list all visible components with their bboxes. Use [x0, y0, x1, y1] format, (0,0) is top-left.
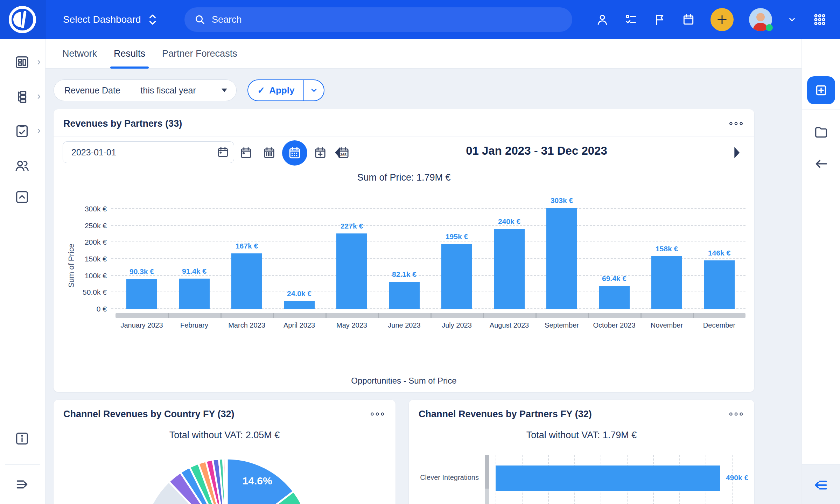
tab-network[interactable]: Network: [62, 39, 97, 68]
tab-results[interactable]: Results: [114, 39, 145, 68]
chart-vertical-scrollbar[interactable]: [485, 455, 489, 504]
bar[interactable]: [441, 244, 472, 309]
revenues-bar-chart: 90.3k €91.4k €167k €24.0k €227k €82.1k €…: [115, 209, 746, 309]
apply-options-button[interactable]: [304, 80, 324, 100]
month-view-icon: [287, 145, 302, 161]
plus-icon: [716, 14, 728, 26]
scrollbar-divider: [693, 313, 694, 318]
x-axis-label: September: [536, 321, 588, 329]
sidebar-divider: [5, 464, 40, 465]
x-axis-label: October 2023: [588, 321, 640, 329]
previous-period-button[interactable]: [332, 146, 343, 160]
apps-grid-icon[interactable]: [812, 12, 827, 27]
account-chevron-down-icon[interactable]: [788, 15, 797, 24]
search-placeholder: Search: [212, 14, 242, 25]
bar[interactable]: [284, 301, 315, 309]
apply-button[interactable]: ✓ Apply: [248, 80, 304, 100]
view-quarter-button[interactable]: [310, 143, 330, 163]
date-input[interactable]: 2023-01-01: [63, 141, 234, 163]
y-tick-label: 0 €: [97, 305, 107, 313]
panel-menu-button[interactable]: [370, 410, 385, 418]
flags-icon[interactable]: [653, 13, 666, 26]
x-axis-label: November: [640, 321, 693, 329]
x-axis-label: March 2023: [220, 321, 273, 329]
bar[interactable]: [231, 253, 262, 309]
bar-value-label: 69.4k €: [588, 274, 640, 283]
calendar-dot-icon: [216, 145, 230, 159]
bar[interactable]: [496, 465, 720, 491]
sidebar-item-pipelines[interactable]: [14, 89, 30, 105]
total-label: Total without VAT: 2.05M €: [54, 430, 396, 441]
top-bar-actions: [596, 0, 827, 39]
panel-menu-button[interactable]: [728, 120, 744, 127]
bar[interactable]: [704, 260, 735, 309]
y-axis-ticks: 0 €50.0k €100k €150k €200k €250k €300k €: [54, 209, 109, 309]
bar[interactable]: [546, 208, 577, 309]
chart-horizontal-scrollbar[interactable]: [115, 313, 746, 318]
bar[interactable]: [126, 279, 157, 309]
contacts-icon[interactable]: [596, 13, 609, 26]
logo-icon: [8, 5, 37, 34]
sidebar-item-import[interactable]: [14, 189, 30, 205]
sidebar-item-tasks[interactable]: [14, 123, 30, 139]
bar[interactable]: [599, 286, 630, 309]
dashboard-selector[interactable]: Select Dashboard: [63, 0, 157, 39]
apply-label: Apply: [269, 85, 294, 96]
dashboard-tabs: Network Results Partner Forecasts: [46, 39, 802, 69]
panel-menu-button[interactable]: [728, 410, 744, 418]
scrollbar-handle[interactable]: [485, 455, 489, 489]
sidebar-item-info[interactable]: [14, 430, 30, 447]
sidebar-item-dashboards[interactable]: [14, 54, 30, 70]
right-sidebar: [802, 39, 840, 504]
sidebar-item-contacts[interactable]: [14, 158, 30, 174]
sidebar-expand-pipelines-icon[interactable]: [36, 93, 42, 100]
date-picker-button[interactable]: [212, 145, 234, 159]
folder-icon[interactable]: [813, 124, 829, 140]
next-period-button[interactable]: [731, 146, 742, 160]
apply-button-group: ✓ Apply: [247, 79, 324, 101]
bar-value-label: 303k €: [536, 196, 588, 205]
collapse-panel-icon[interactable]: [812, 476, 830, 494]
top-bar: Select Dashboard Search: [0, 0, 840, 39]
y-tick-label: 50.0k €: [83, 288, 107, 296]
tab-partner-forecasts[interactable]: Partner Forecasts: [162, 39, 237, 68]
pie-slice-label: 14.6%: [243, 475, 272, 486]
bar-value-label: 158k €: [640, 245, 693, 253]
sidebar-expand-arrow-icon[interactable]: [14, 476, 30, 492]
day-view-icon: [239, 146, 253, 160]
gridline: [111, 258, 746, 259]
bar[interactable]: [651, 256, 682, 309]
bar[interactable]: [389, 282, 420, 309]
gridline: [111, 225, 746, 226]
view-month-button[interactable]: [282, 140, 307, 166]
add-widget-button[interactable]: [807, 76, 835, 104]
pie-slice[interactable]: [225, 458, 227, 504]
activities-checklist-icon[interactable]: [624, 13, 638, 26]
calendar-icon[interactable]: [682, 13, 695, 26]
view-day-button[interactable]: [236, 143, 256, 163]
bar-value-label: 146k €: [693, 249, 746, 257]
scrollbar-divider: [220, 313, 222, 318]
y-tick-label: 100k €: [85, 272, 107, 280]
total-label: Total without VAT: 1.79M €: [409, 430, 754, 441]
x-axis-label: December: [693, 321, 746, 329]
view-week-button[interactable]: [259, 143, 279, 163]
filter-value-dropdown[interactable]: this fiscal year: [131, 85, 236, 96]
scrollbar-divider: [483, 313, 484, 318]
chart-caption: Opportunities - Sum of Price: [54, 376, 754, 386]
search-input[interactable]: Search: [184, 7, 572, 32]
bar[interactable]: [494, 229, 525, 309]
app-logo[interactable]: [8, 5, 37, 34]
bar[interactable]: [179, 279, 210, 309]
bar[interactable]: [336, 233, 367, 309]
dropdown-caret-icon: [222, 89, 227, 92]
x-axis-label: April 2023: [273, 321, 326, 329]
back-arrow-icon[interactable]: [813, 156, 829, 172]
scrollbar-divider: [640, 313, 642, 318]
sidebar-expand-tasks-icon[interactable]: [36, 128, 42, 134]
chart-sum-label: Sum of Price: 1.79M €: [54, 172, 754, 183]
sidebar-expand-dashboards-icon[interactable]: [36, 59, 42, 65]
quick-add-button[interactable]: [710, 8, 734, 31]
scrollbar-divider: [378, 313, 379, 318]
user-avatar[interactable]: [749, 8, 772, 31]
